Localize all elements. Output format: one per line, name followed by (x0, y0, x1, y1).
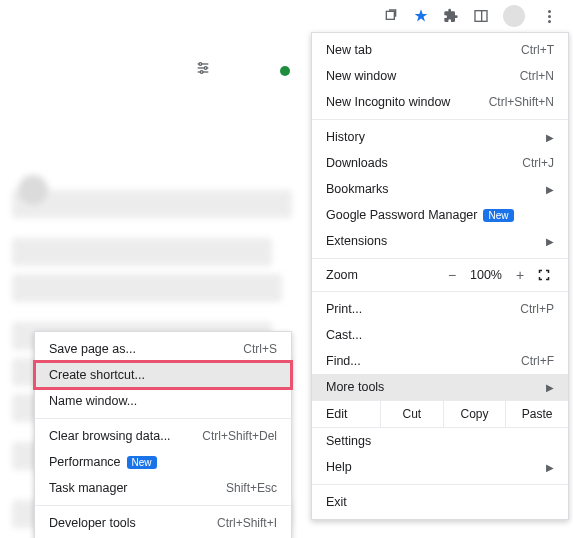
submenu-create-shortcut[interactable]: Create shortcut... (35, 362, 291, 388)
menu-zoom: Zoom − 100% + (312, 263, 568, 287)
submenu-name-window[interactable]: Name window... (35, 388, 291, 414)
label: Print... (326, 302, 362, 316)
label: New Incognito window (326, 95, 450, 109)
label: New tab (326, 43, 372, 57)
label: Zoom (326, 268, 438, 282)
shortcut: Shift+Esc (226, 481, 277, 495)
separator (312, 119, 568, 120)
shortcut: Ctrl+T (521, 43, 554, 57)
chevron-right-icon: ▶ (546, 382, 554, 393)
menu-exit[interactable]: Exit (312, 489, 568, 515)
label: More tools (326, 380, 384, 394)
separator (35, 418, 291, 419)
shortcut: Ctrl+J (522, 156, 554, 170)
menu-new-tab[interactable]: New tabCtrl+T (312, 37, 568, 63)
label: Name window... (49, 394, 137, 408)
label: Developer tools (49, 516, 136, 530)
separator (35, 505, 291, 506)
label: Save page as... (49, 342, 136, 356)
paste-button[interactable]: Paste (505, 401, 568, 427)
menu-edit-row: Edit Cut Copy Paste (312, 400, 568, 428)
zoom-in-button[interactable]: + (506, 267, 534, 283)
menu-settings[interactable]: Settings (312, 428, 568, 454)
cut-button[interactable]: Cut (380, 401, 443, 427)
chrome-main-menu: New tabCtrl+T New windowCtrl+N New Incog… (311, 32, 569, 520)
browser-toolbar (369, 0, 573, 32)
menu-find[interactable]: Find...Ctrl+F (312, 348, 568, 374)
zoom-out-button[interactable]: − (438, 267, 466, 283)
submenu-save-page[interactable]: Save page as...Ctrl+S (35, 336, 291, 362)
shortcut: Ctrl+P (520, 302, 554, 316)
puzzle-icon[interactable] (443, 8, 459, 24)
menu-new-incognito[interactable]: New Incognito windowCtrl+Shift+N (312, 89, 568, 115)
menu-print[interactable]: Print...Ctrl+P (312, 296, 568, 322)
separator (312, 258, 568, 259)
label: Google Password Manager (326, 208, 477, 222)
label: Task manager (49, 481, 128, 495)
shortcut: Ctrl+Shift+Del (202, 429, 277, 443)
menu-history[interactable]: History▶ (312, 124, 568, 150)
svg-point-8 (200, 71, 203, 74)
label: Exit (326, 495, 347, 509)
separator (312, 484, 568, 485)
submenu-developer-tools[interactable]: Developer toolsCtrl+Shift+I (35, 510, 291, 536)
menu-bookmarks[interactable]: Bookmarks▶ (312, 176, 568, 202)
svg-point-7 (204, 67, 207, 70)
chevron-right-icon: ▶ (546, 236, 554, 247)
menu-password-manager[interactable]: Google Password ManagerNew (312, 202, 568, 228)
label: Downloads (326, 156, 388, 170)
label: Create shortcut... (49, 368, 145, 382)
fullscreen-icon[interactable] (534, 269, 554, 281)
submenu-clear-data[interactable]: Clear browsing data...Ctrl+Shift+Del (35, 423, 291, 449)
chevron-right-icon: ▶ (546, 132, 554, 143)
chevron-right-icon: ▶ (546, 184, 554, 195)
label-group: PerformanceNew (49, 455, 157, 469)
menu-extensions[interactable]: Extensions▶ (312, 228, 568, 254)
label: Performance (49, 455, 121, 469)
label: History (326, 130, 365, 144)
profile-avatar[interactable] (503, 5, 525, 27)
label-group: Google Password ManagerNew (326, 208, 514, 222)
menu-cast[interactable]: Cast... (312, 322, 568, 348)
label: Edit (312, 401, 380, 427)
shortcut: Ctrl+Shift+I (217, 516, 277, 530)
shortcut: Ctrl+S (243, 342, 277, 356)
svg-rect-0 (386, 11, 394, 19)
menu-new-window[interactable]: New windowCtrl+N (312, 63, 568, 89)
new-badge: New (483, 209, 513, 222)
label: Clear browsing data... (49, 429, 171, 443)
new-badge: New (127, 456, 157, 469)
separator (312, 291, 568, 292)
shortcut: Ctrl+N (520, 69, 554, 83)
zoom-value: 100% (466, 268, 506, 282)
chevron-right-icon: ▶ (546, 462, 554, 473)
label: Cast... (326, 328, 362, 342)
label: Extensions (326, 234, 387, 248)
submenu-task-manager[interactable]: Task managerShift+Esc (35, 475, 291, 501)
more-icon[interactable] (539, 6, 559, 26)
copy-button[interactable]: Copy (443, 401, 506, 427)
panel-icon[interactable] (473, 8, 489, 24)
star-icon[interactable] (413, 8, 429, 24)
shortcut: Ctrl+F (521, 354, 554, 368)
tune-icon[interactable] (195, 60, 211, 76)
label: Find... (326, 354, 361, 368)
shortcut: Ctrl+Shift+N (489, 95, 554, 109)
label: Bookmarks (326, 182, 389, 196)
more-tools-submenu: Save page as...Ctrl+S Create shortcut...… (34, 331, 292, 538)
menu-help[interactable]: Help▶ (312, 454, 568, 480)
share-icon[interactable] (383, 8, 399, 24)
submenu-performance[interactable]: PerformanceNew (35, 449, 291, 475)
label: Help (326, 460, 352, 474)
menu-downloads[interactable]: DownloadsCtrl+J (312, 150, 568, 176)
label: Settings (326, 434, 371, 448)
label: New window (326, 69, 396, 83)
svg-point-6 (199, 63, 202, 66)
status-dot (280, 66, 290, 76)
menu-more-tools[interactable]: More tools▶ (312, 374, 568, 400)
